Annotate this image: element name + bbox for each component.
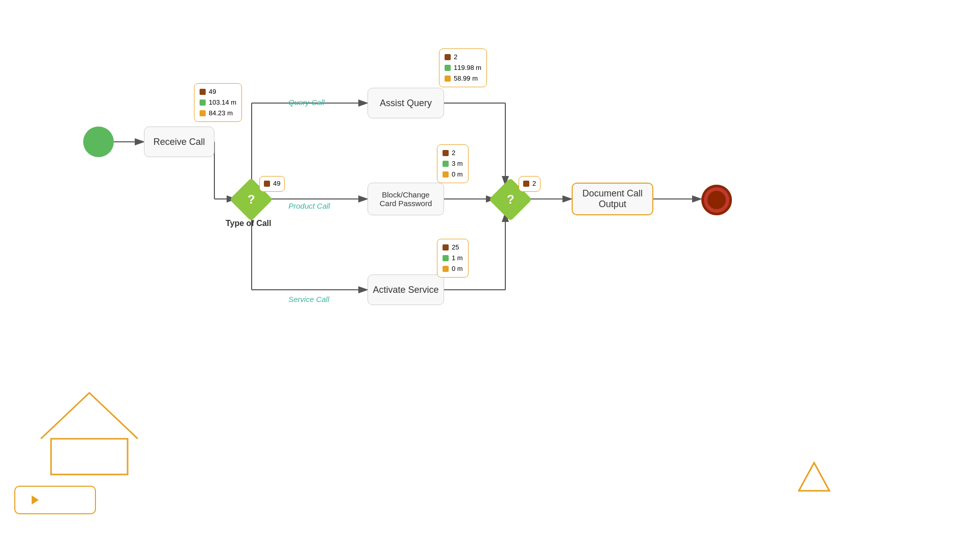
house-icon <box>31 378 148 480</box>
bc-count: 2 <box>452 148 455 159</box>
document-output-box[interactable]: Document CallOutput <box>572 183 653 215</box>
gateway1-symbol: ? <box>248 192 255 207</box>
rc-green: 103.14 m <box>209 97 236 108</box>
as-count: 25 <box>452 242 459 253</box>
rc-count: 49 <box>209 87 216 97</box>
aq-orange: 58.99 m <box>454 73 478 84</box>
bc-green: 3 m <box>452 159 463 169</box>
block-change-label: Block/ChangeCard Password <box>380 190 432 208</box>
as-green: 1 m <box>452 253 463 264</box>
as-orange: 0 m <box>452 264 463 274</box>
svg-marker-19 <box>32 495 39 505</box>
gateway1-label: Type of Call <box>226 219 272 228</box>
svg-rect-17 <box>51 439 128 474</box>
service-call-label: Service Call <box>288 295 329 304</box>
gw2-count: 2 <box>532 179 536 189</box>
end-event <box>701 185 732 215</box>
triangle-icon <box>796 460 832 496</box>
svg-marker-18 <box>799 463 829 491</box>
start-event <box>83 127 114 157</box>
gateway2-badge: 2 <box>519 176 541 192</box>
gateway1-badge: 49 <box>259 176 285 192</box>
query-call-label: Query Call <box>288 98 325 107</box>
play-button[interactable] <box>27 492 43 508</box>
receive-call-label: Receive Call <box>153 137 205 147</box>
receive-call-box[interactable]: Receive Call <box>144 127 214 157</box>
bc-orange: 0 m <box>452 169 463 180</box>
assist-query-stat: 2 119.98 m 58.99 m <box>439 48 487 87</box>
end-event-inner <box>707 191 726 209</box>
aq-count: 2 <box>454 52 457 63</box>
block-change-box[interactable]: Block/ChangeCard Password <box>368 183 444 215</box>
gateway2-symbol: ? <box>507 192 514 207</box>
stop-button[interactable] <box>67 492 83 508</box>
gw1-count: 49 <box>273 179 280 189</box>
rc-orange: 84.23 m <box>209 108 233 119</box>
product-call-label: Product Call <box>288 202 330 210</box>
receive-call-stat: 49 103.14 m 84.23 m <box>194 83 242 122</box>
aq-green: 119.98 m <box>454 63 481 73</box>
assist-query-box[interactable]: Assist Query <box>368 88 444 118</box>
activate-service-box[interactable]: Activate Service <box>368 274 444 305</box>
activate-service-label: Activate Service <box>373 285 438 295</box>
block-change-stat: 2 3 m 0 m <box>437 144 469 183</box>
assist-query-label: Assist Query <box>380 98 432 109</box>
document-output-label: Document CallOutput <box>582 188 643 210</box>
controls-panel <box>14 486 96 514</box>
activate-service-stat: 25 1 m 0 m <box>437 239 469 278</box>
